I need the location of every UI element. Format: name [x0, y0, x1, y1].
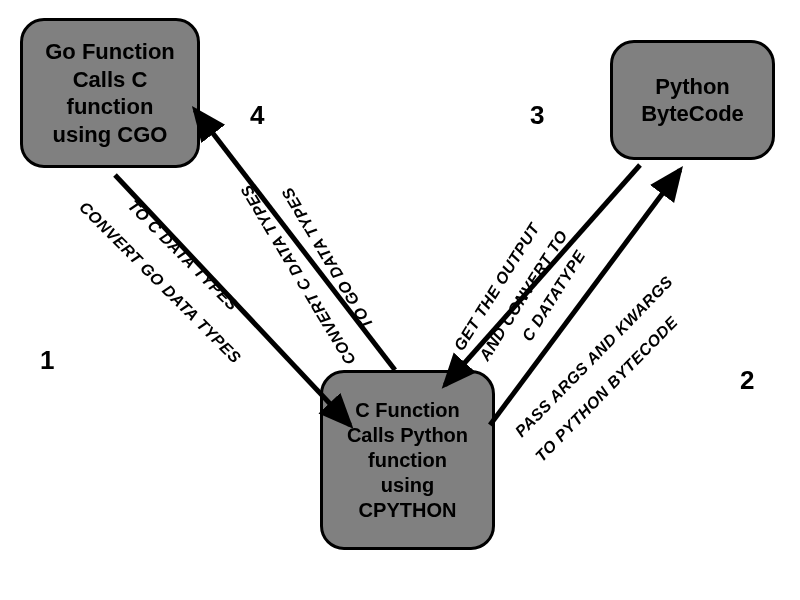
edge-4-label-l1: CONVERT C DATA TYPES	[237, 182, 358, 368]
node-go-line3: function	[67, 94, 154, 119]
edge-1-label-l2: TO C DATA TYPES	[125, 197, 242, 314]
node-py-line2: ByteCode	[641, 101, 744, 126]
diagram-canvas: Go Function Calls C function using CGO P…	[0, 0, 800, 600]
edge-4-label-l2: TO GO DATA TYPES	[279, 184, 377, 332]
node-go-line1: Go Function	[45, 39, 175, 64]
node-c-line1: C Function	[355, 399, 459, 421]
node-c-line5: CPYTHON	[359, 499, 457, 521]
node-c-line3: function	[368, 449, 447, 471]
node-c-line4: using	[381, 474, 434, 496]
edge-2-label-l1: PASS ARGS AND KWARGS	[512, 273, 676, 440]
edge-1-label-l1: CONVERT GO DATA TYPES	[76, 198, 244, 366]
edge-4-arrow	[195, 110, 395, 370]
node-c-line2: Calls Python	[347, 424, 468, 446]
edge-3-label-l2: AND CONVERT TO	[475, 227, 570, 364]
step-1: 1	[40, 345, 54, 376]
node-go: Go Function Calls C function using CGO	[20, 18, 200, 168]
edge-3-label-l1: GET THE OUTPUT	[451, 220, 544, 354]
step-2: 2	[740, 365, 754, 396]
node-go-line4: using CGO	[53, 122, 168, 147]
edge-3-label-l3: C DATATYPE	[519, 247, 589, 344]
edge-2-arrow	[490, 170, 680, 425]
edge-2-label-l2: TO PYTHON BYTECODE	[532, 313, 682, 465]
step-4: 4	[250, 100, 264, 131]
step-3: 3	[530, 100, 544, 131]
node-go-line2: Calls C	[73, 67, 148, 92]
node-py-line1: Python	[655, 74, 730, 99]
node-c: C Function Calls Python function using C…	[320, 370, 495, 550]
edge-3-arrow	[445, 165, 640, 385]
node-python-bytecode: Python ByteCode	[610, 40, 775, 160]
edge-1-arrow	[115, 175, 350, 425]
